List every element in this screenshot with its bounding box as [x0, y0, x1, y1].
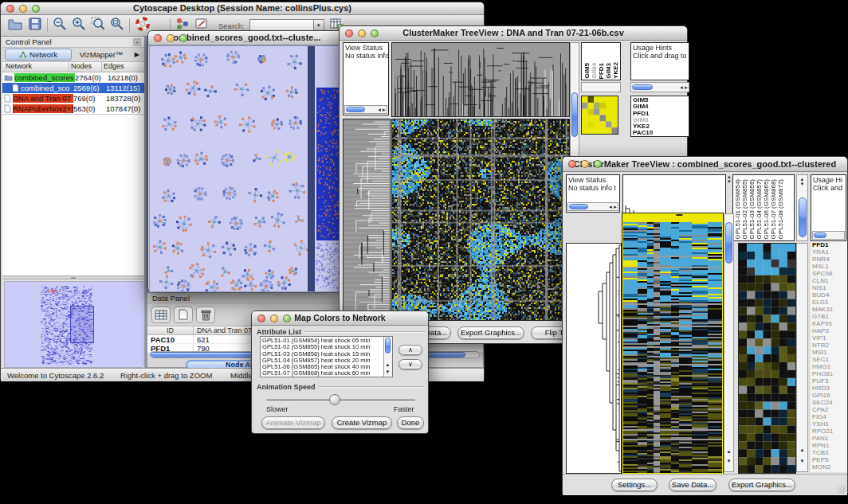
usage-hscrollbar[interactable] [812, 231, 845, 240]
network-list-row[interactable]: RNAPuberNov2+|563(0)107847(0) [2, 104, 144, 114]
attribute-list-item[interactable]: GPL51-01 (GSM854) heat shock 05 min [262, 338, 392, 344]
attribute-list-item[interactable]: GPL51-03 (GSM856) heat shock 15 min [262, 351, 392, 357]
dialog-title: Map Colors to Network [294, 313, 385, 322]
column-labels-vscrollbar[interactable]: ▲ ▼ [796, 174, 808, 241]
minimize-button[interactable] [358, 29, 366, 37]
scroll-down-arrow[interactable]: ▼ [724, 459, 733, 463]
column-dendrogram[interactable] [622, 174, 726, 214]
scroll-up-arrow[interactable]: ▲ [797, 175, 807, 182]
dendrogram-scroll-arrows[interactable]: ▲▼ [726, 174, 732, 193]
attribute-list-item[interactable]: GPL51-02 (GSM855) heat shock 10 min [262, 344, 392, 350]
tab-vizmapper[interactable]: VizMapper™ [73, 50, 129, 59]
done-button[interactable]: Done [397, 416, 424, 429]
export-graphics-button[interactable]: Export Graphics... [457, 326, 524, 339]
column-header-edges[interactable]: Edges [102, 62, 144, 72]
create-vizmap-button[interactable]: Create Vizmap [332, 416, 392, 429]
zoom-heatmap[interactable] [738, 243, 796, 474]
main-title-bar[interactable]: Cytoscape Desktop (Session Name: collins… [1, 2, 484, 15]
gene-label: MSI1 [812, 349, 847, 356]
new-attribute-icon[interactable] [174, 307, 193, 323]
minimize-button[interactable] [19, 5, 27, 13]
global-heatmap-selected[interactable] [622, 213, 723, 474]
network-view-window: combined_scores_good.txt--cluste... [147, 30, 342, 291]
zoom-in-icon[interactable] [72, 17, 86, 34]
move-up-button[interactable]: ∧ [398, 345, 422, 355]
column-dendrogram[interactable] [391, 42, 570, 117]
export-graphics-button[interactable]: Export Graphics... [728, 479, 795, 491]
row-dendrogram[interactable] [343, 119, 391, 321]
minimize-button[interactable] [167, 34, 175, 42]
zoom-out-icon[interactable] [53, 17, 67, 34]
save-data-button[interactable]: Save Data... [669, 479, 716, 491]
network-list-row[interactable]: combined_sco2569(6)13112(15) [2, 83, 144, 93]
minimize-button[interactable] [581, 160, 589, 168]
panel-splitter[interactable] [2, 275, 144, 279]
attribute-list-item[interactable]: GPL51-06 (GSM865) heat shock 40 min [262, 364, 392, 370]
row-dendrogram[interactable] [566, 243, 622, 474]
column-header-network[interactable]: Network [2, 62, 69, 72]
network-overview-panel[interactable] [4, 281, 143, 368]
resize-grip[interactable] [837, 485, 846, 494]
zoom-selected-icon[interactable] [91, 17, 105, 34]
zoom-button[interactable] [283, 315, 291, 322]
attribute-list-item[interactable]: GPL51-04 (GSM857) heat shock 20 min [262, 357, 392, 364]
tab-network[interactable]: Network [5, 49, 72, 61]
animate-vizmap-button[interactable]: Animate Vizmap [261, 416, 325, 429]
global-heatmap[interactable] [391, 119, 570, 321]
float-panel-icon[interactable] [133, 35, 141, 49]
attribute-table-icon[interactable] [151, 307, 171, 323]
minimize-button[interactable] [270, 315, 278, 322]
heatmap-column-label: YKE2 [613, 62, 619, 79]
scroll-up-arrow[interactable]: ▲ [724, 449, 733, 454]
scroll-down-arrow[interactable]: ▼ [384, 369, 391, 374]
close-button[interactable] [154, 34, 162, 42]
data-panel-title: Data Panel [152, 294, 190, 303]
data-column-id[interactable]: ID [147, 326, 194, 334]
scroll-right-arrow[interactable]: ► [613, 205, 618, 209]
speed-slider-track[interactable] [266, 399, 415, 401]
network-canvas[interactable] [149, 45, 342, 292]
scroll-down-arrow[interactable]: ▼ [797, 182, 807, 186]
dialog-title-bar[interactable]: Map Colors to Network [252, 311, 428, 326]
zoom-vscrollbar[interactable]: ▲ ▼ [796, 243, 808, 472]
scroll-down-arrow[interactable]: ▼ [797, 459, 807, 463]
zoom-button[interactable] [179, 34, 187, 42]
delete-attribute-trash-icon[interactable] [196, 307, 215, 323]
slower-label: Slower [266, 405, 289, 413]
network-list-row[interactable]: DNA and Tran 07769(0)183728(0) [2, 93, 144, 104]
scroll-up-arrow[interactable]: ▲ [384, 362, 391, 367]
heatmap-vscrollbar[interactable]: ▲ ▼ [724, 213, 734, 472]
attribute-list-vscrollbar[interactable]: ▲ ▼ [383, 337, 392, 377]
scroll-right-arrow[interactable]: ► [684, 85, 689, 90]
attribute-list[interactable]: GPL51-01 (GSM854) heat shock 05 minGPL51… [260, 336, 393, 377]
open-folder-icon[interactable] [7, 17, 23, 34]
network-list-row[interactable]: combined_scores2764(0)16218(0) [2, 72, 144, 83]
scroll-up-arrow[interactable]: ▲ [797, 447, 807, 452]
scroll-right-arrow[interactable]: ► [382, 107, 387, 112]
zoom-fit-icon[interactable] [110, 17, 124, 34]
close-button[interactable] [345, 29, 353, 37]
zoom-button[interactable] [594, 160, 602, 168]
close-button[interactable] [257, 315, 265, 322]
data-id-cell: PAC10 [147, 335, 194, 343]
close-button[interactable] [568, 160, 576, 168]
network-view-title-bar[interactable]: combined_scores_good.txt--cluste... [148, 31, 341, 45]
zoom-button[interactable] [32, 5, 40, 13]
close-button[interactable] [6, 5, 14, 13]
zoom-hscrollbar-left[interactable] [581, 82, 621, 92]
settings-button[interactable]: Settings... [611, 479, 658, 491]
tab-overflow-arrow[interactable]: ▶ [131, 51, 142, 58]
view-status-hscrollbar[interactable]: ◄ ► [344, 105, 387, 114]
attribute-list-item[interactable]: GPL51-07 (GSM868) heat shock 60 min [262, 370, 392, 377]
speed-slider-thumb[interactable] [329, 394, 340, 405]
save-disk-icon[interactable] [28, 17, 42, 34]
treeview1-title-bar[interactable]: ClusterMaker TreeView : DNA and Tran 07-… [340, 26, 687, 41]
column-header-nodes[interactable]: Nodes [69, 62, 102, 72]
usage-hscrollbar[interactable]: ◄ ► [630, 82, 689, 92]
move-down-button[interactable]: ∨ [398, 359, 422, 369]
zoom-heatmap[interactable] [581, 96, 618, 135]
zoom-button[interactable] [371, 29, 379, 37]
view-status-hscrollbar[interactable]: ◄ ► [567, 202, 618, 211]
desktop-background: Cytoscape Desktop (Session Name: collins… [0, 0, 848, 504]
treeview2-title-bar[interactable]: ClusterMaker TreeView : combined_scores_… [563, 157, 847, 172]
